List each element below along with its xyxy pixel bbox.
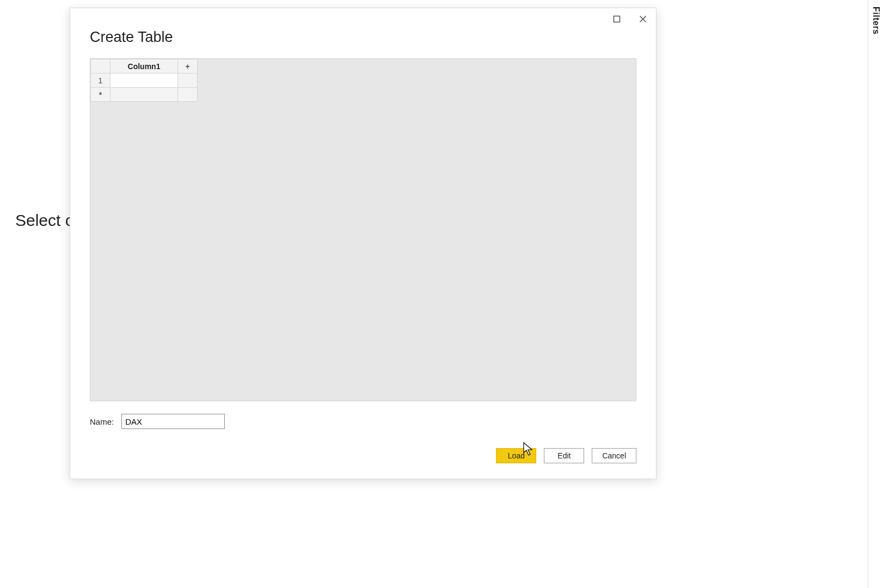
- background-partial-text: Select o: [15, 211, 74, 230]
- edit-button[interactable]: Edit: [544, 448, 584, 463]
- row-header[interactable]: 1: [91, 74, 111, 88]
- dialog-title: Create Table: [90, 29, 173, 46]
- svg-rect-0: [614, 16, 620, 22]
- table-name-input[interactable]: [121, 414, 225, 429]
- add-column-button[interactable]: +: [178, 59, 198, 74]
- trailing-cell: [178, 74, 198, 88]
- maximize-icon: [613, 15, 621, 25]
- cancel-button[interactable]: Cancel: [592, 448, 636, 463]
- load-button[interactable]: Load: [496, 448, 536, 463]
- data-cell[interactable]: [111, 74, 178, 88]
- empty-cell: [111, 88, 178, 102]
- name-label: Name:: [90, 417, 114, 426]
- filters-collapsed-pane[interactable]: Filters: [868, 0, 883, 588]
- corner-cell: [91, 59, 111, 74]
- empty-cell: [178, 88, 198, 102]
- table-data-grid[interactable]: Column1 + 1 *: [90, 58, 636, 401]
- close-icon: [639, 15, 647, 25]
- create-table-dialog: Create Table Column1 + 1 * Name: Load: [70, 8, 657, 479]
- maximize-button[interactable]: [604, 8, 630, 32]
- add-row-button[interactable]: *: [91, 88, 111, 102]
- close-button[interactable]: [630, 8, 656, 32]
- filters-pane-label: Filters: [871, 7, 881, 35]
- column-header[interactable]: Column1: [111, 59, 178, 74]
